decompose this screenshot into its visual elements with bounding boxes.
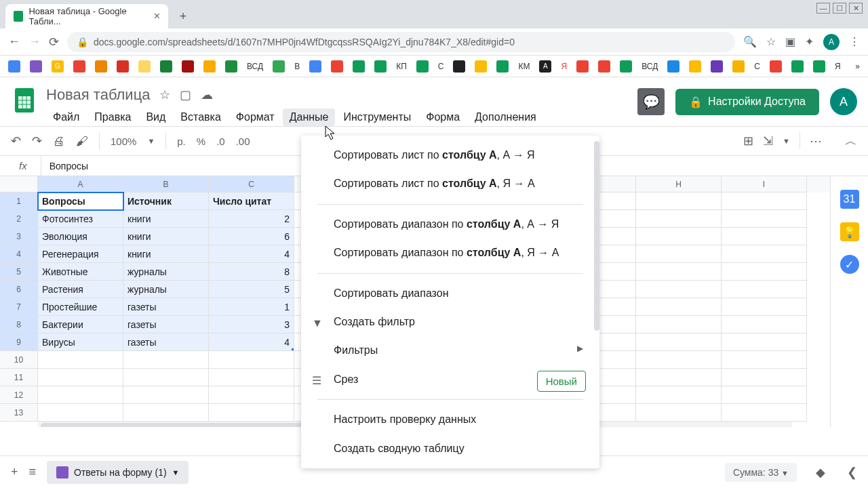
bookmark-icon[interactable]	[309, 60, 321, 73]
cell[interactable]	[636, 316, 722, 333]
browser-menu-icon[interactable]: ⋮	[849, 35, 860, 48]
bookmark-icon[interactable]	[496, 60, 509, 73]
bookmark-icon[interactable]	[416, 60, 429, 73]
bookmark-icon[interactable]	[73, 60, 85, 73]
cell[interactable]	[722, 369, 807, 386]
create-filter[interactable]: ▼ Создать фильтр	[301, 308, 599, 336]
cell[interactable]: Источник	[123, 192, 209, 210]
more-button[interactable]: ⋯	[810, 134, 822, 148]
cell[interactable]: газеты	[123, 333, 209, 351]
all-sheets-button[interactable]: ≡	[29, 465, 37, 479]
bookmark-text[interactable]: Я	[561, 62, 567, 71]
bookmark-text[interactable]: КМ	[518, 62, 530, 71]
bookmark-icon[interactable]	[732, 60, 745, 73]
cell[interactable]	[209, 386, 294, 404]
pivot-table[interactable]: Создать сводную таблицу	[301, 434, 599, 463]
row-header[interactable]: 11	[0, 369, 38, 386]
new-tab-button[interactable]: +	[174, 7, 193, 26]
percent-button[interactable]: %	[197, 136, 205, 147]
cell[interactable]	[722, 298, 807, 316]
profile-avatar[interactable]: А	[823, 34, 840, 50]
bookmark-icon[interactable]	[225, 60, 237, 73]
sort-range-desc[interactable]: Сортировать диапазон по столбцу A, Я → А	[301, 239, 599, 267]
bookmark-icon[interactable]	[453, 60, 465, 73]
cell[interactable]: книги	[123, 210, 209, 228]
bookmark-icon[interactable]	[576, 60, 589, 73]
row-header[interactable]: 13	[0, 404, 38, 422]
cell[interactable]	[38, 386, 123, 404]
tasks-icon[interactable]: ✓	[840, 255, 859, 274]
extensions-icon[interactable]: ✦	[805, 35, 814, 48]
cell[interactable]	[38, 404, 123, 422]
row-header[interactable]: 5	[0, 263, 38, 281]
bookmark-text[interactable]: В	[294, 62, 300, 71]
merge-button[interactable]: ⇲	[763, 134, 773, 148]
bookmark-icon[interactable]	[711, 60, 723, 73]
sort-range[interactable]: Сортировать диапазон	[301, 279, 599, 308]
cell[interactable]	[722, 210, 807, 228]
sheets-logo-icon[interactable]	[11, 87, 38, 114]
doc-title[interactable]: Новая таблица	[46, 86, 150, 104]
side-panel-toggle[interactable]: ❮	[847, 465, 857, 480]
cell[interactable]	[636, 333, 722, 351]
increase-decimal-button[interactable]: .00	[236, 136, 250, 147]
browser-tab[interactable]: Новая таблица - Google Табли... ×	[5, 4, 168, 28]
cell[interactable]	[636, 263, 722, 281]
cell[interactable]	[636, 386, 722, 404]
redo-button[interactable]: ↷	[32, 134, 42, 148]
star-icon[interactable]: ☆	[766, 35, 776, 48]
reload-button[interactable]: ⟳	[49, 35, 59, 49]
bookmark-icon[interactable]	[182, 60, 194, 73]
data-validation[interactable]: Настроить проверку данных	[301, 405, 599, 434]
bookmark-icon[interactable]	[138, 60, 151, 73]
bookmark-icon[interactable]	[689, 60, 701, 73]
row-header[interactable]: 2	[0, 210, 38, 228]
bookmark-icon[interactable]	[331, 60, 343, 73]
cell[interactable]: Бактерии	[38, 316, 123, 333]
filters-submenu[interactable]: Фильтры ▶	[301, 336, 599, 365]
cell[interactable]: 4	[209, 245, 294, 263]
menu-правка[interactable]: Правка	[87, 108, 138, 126]
column-header[interactable]: B	[123, 176, 209, 192]
cell[interactable]: книги	[123, 228, 209, 245]
cell[interactable]: 4	[209, 333, 294, 351]
cell[interactable]: газеты	[123, 316, 209, 333]
zoom-select[interactable]: 100%	[111, 136, 136, 147]
cell[interactable]	[722, 404, 807, 422]
decrease-decimal-button[interactable]: .0	[216, 136, 225, 147]
column-header[interactable]: H	[636, 176, 722, 192]
paint-format-button[interactable]: 🖌	[76, 134, 88, 148]
add-sheet-button[interactable]: +	[11, 465, 18, 479]
print-button[interactable]: 🖨	[53, 134, 65, 148]
cell[interactable]	[722, 263, 807, 281]
bookmark-text[interactable]: С	[438, 62, 444, 71]
bookmark-icon[interactable]: A	[539, 60, 551, 73]
bookmark-more[interactable]: »	[855, 62, 860, 71]
cloud-status-icon[interactable]: ☁	[201, 87, 213, 102]
bookmark-icon[interactable]	[770, 60, 782, 73]
cell[interactable]	[123, 369, 209, 386]
bookmark-icon[interactable]	[475, 60, 487, 73]
row-header[interactable]: 6	[0, 281, 38, 298]
cell[interactable]	[209, 369, 294, 386]
collapse-toolbar-button[interactable]: ︿	[845, 133, 857, 149]
column-header[interactable]: I	[722, 176, 807, 192]
bookmark-icon[interactable]: G	[52, 60, 64, 73]
bookmark-text[interactable]: КП	[396, 62, 407, 71]
bookmark-icon[interactable]	[598, 60, 610, 73]
bookmark-icon[interactable]	[30, 60, 42, 73]
bookmark-icon[interactable]	[95, 60, 107, 73]
cell[interactable]: Вирусы	[38, 333, 123, 351]
bookmark-icon[interactable]	[273, 60, 285, 73]
cell[interactable]: журналы	[123, 281, 209, 298]
cell[interactable]: Регенерация	[38, 245, 123, 263]
slicer[interactable]: ☰ Срез Новый	[301, 365, 599, 394]
row-header[interactable]: 1	[0, 192, 38, 210]
cell[interactable]: 8	[209, 263, 294, 281]
back-button[interactable]: ←	[8, 35, 20, 49]
cell[interactable]	[209, 351, 294, 369]
column-header[interactable]: C	[209, 176, 294, 192]
menu-файл[interactable]: Файл	[46, 108, 86, 126]
cell[interactable]	[636, 245, 722, 263]
cell[interactable]: Число цитат	[209, 192, 294, 210]
